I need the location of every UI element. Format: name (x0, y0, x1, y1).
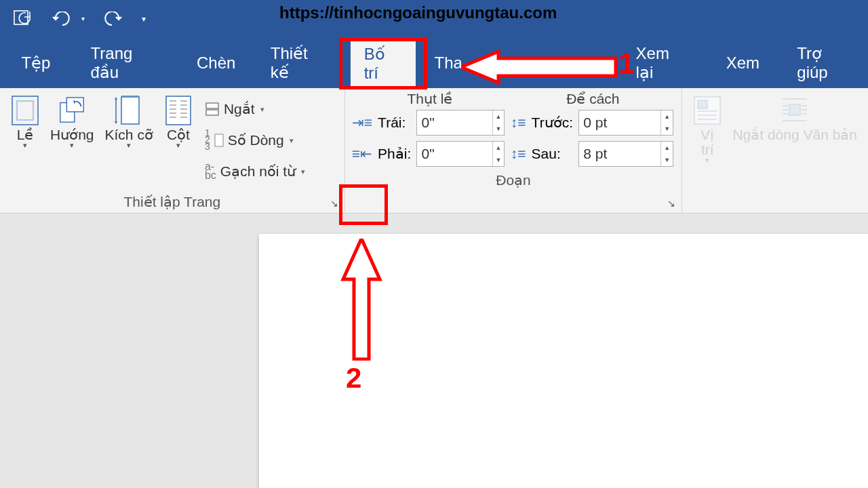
orientation-button[interactable]: Hướng ▾ (45, 94, 100, 152)
ribbon: Lề ▾ Hướng ▾ (0, 88, 868, 214)
tab-layout[interactable]: Bố trí (351, 37, 416, 88)
indent-left-label: Trái: (378, 115, 412, 131)
position-icon (693, 96, 722, 125)
tab-design[interactable]: Thiết kế (257, 37, 342, 88)
spinner-down-icon[interactable]: ▼ (493, 154, 505, 166)
spinner-down-icon[interactable]: ▼ (661, 123, 673, 135)
autosave-sync-icon[interactable] (14, 10, 33, 28)
group-arrange: Vị trí ▾ Ngắt dòng Văn bản (682, 88, 868, 213)
tab-references-partial[interactable]: Tha (421, 37, 462, 88)
indent-right-label: Phải: (378, 146, 412, 162)
tab-mailing-partial[interactable]: ư (595, 37, 618, 88)
breaks-button[interactable]: Ngắt▾ (201, 95, 309, 123)
position-label: Vị trí (693, 127, 722, 157)
position-button: Vị trí ▾ (688, 94, 727, 167)
indent-left-icon: ⇥≡ (352, 115, 374, 131)
spinner-up-icon[interactable]: ▲ (493, 142, 505, 154)
line-numbers-icon: 123 (205, 130, 210, 150)
ribbon-tabs: Tệp Trang đầu Chèn Thiết kế Bố trí Tha ư… (0, 37, 868, 88)
spacing-before-icon: ↕≡ (511, 115, 528, 131)
svg-rect-23 (698, 100, 707, 108)
margins-icon (11, 96, 39, 125)
chevron-down-icon: ▾ (301, 167, 305, 176)
svg-rect-5 (121, 97, 139, 124)
svg-rect-2 (17, 101, 33, 120)
indent-left-spinner[interactable]: ▲▼ (416, 110, 505, 136)
chevron-down-icon: ▾ (23, 141, 27, 150)
hyphenation-label: Gạch nối từ (220, 163, 296, 180)
line-numbers-button[interactable]: 123 Số Dòng▾ (201, 126, 309, 155)
spinner-down-icon[interactable]: ▼ (661, 154, 673, 166)
undo-dropdown-icon[interactable]: ▾ (81, 15, 85, 22)
breaks-label: Ngắt (224, 101, 255, 117)
tab-insert[interactable]: Chèn (183, 37, 249, 88)
size-button[interactable]: Kích cỡ ▾ (100, 94, 159, 152)
group-paragraph-title: Đoạn (345, 169, 682, 191)
undo-icon[interactable] (52, 12, 75, 26)
line-numbers-label: Số Dòng (228, 132, 284, 148)
spacing-before-spinner[interactable]: ▲▼ (578, 110, 673, 136)
page-setup-launcher[interactable]: ↘ (328, 197, 340, 209)
spacing-before-input[interactable] (579, 113, 660, 132)
redo-icon[interactable] (104, 12, 123, 26)
tab-file[interactable]: Tệp (7, 37, 64, 88)
columns-label: Cột (167, 127, 190, 142)
chevron-down-icon: ▾ (70, 141, 74, 150)
svg-rect-20 (206, 110, 218, 115)
tab-home[interactable]: Trang đầu (77, 37, 176, 88)
spacing-after-icon: ↕≡ (511, 146, 528, 162)
indent-right-input[interactable] (417, 144, 492, 163)
svg-rect-19 (206, 103, 218, 108)
svg-rect-21 (215, 134, 223, 146)
size-icon (115, 96, 143, 125)
breaks-icon (205, 102, 220, 117)
wrap-text-icon (781, 96, 809, 125)
spinner-up-icon[interactable]: ▲ (661, 142, 673, 154)
indent-title: Thụt lề (408, 91, 453, 107)
group-page-setup-title: Thiết lập Trang (0, 191, 344, 213)
spacing-after-spinner[interactable]: ▲▼ (578, 141, 673, 167)
indent-right-spinner[interactable]: ▲▼ (416, 141, 505, 167)
spinner-up-icon[interactable]: ▲ (661, 110, 673, 123)
margins-label: Lề (17, 127, 34, 142)
orientation-label: Hướng (50, 127, 94, 142)
chevron-down-icon: ▾ (176, 141, 180, 150)
document-page (259, 234, 868, 488)
chevron-down-icon: ▾ (260, 105, 264, 114)
group-page-setup: Lề ▾ Hướng ▾ (0, 88, 345, 213)
wrap-text-button: Ngắt dòng Văn bản (727, 94, 863, 145)
columns-button[interactable]: Cột ▾ (159, 94, 198, 152)
chevron-down-icon: ▾ (290, 136, 294, 145)
annotation-number-1: 1 (618, 47, 634, 80)
columns-icon (164, 96, 193, 125)
page-icon (214, 134, 224, 147)
paragraph-launcher[interactable]: ↘ (665, 197, 677, 209)
tab-view[interactable]: Xem (713, 37, 773, 88)
customize-qat-icon[interactable]: ▾ (142, 14, 146, 24)
indent-right-icon: ≡⇤ (352, 146, 374, 162)
spinner-up-icon[interactable]: ▲ (493, 110, 505, 123)
watermark-url: https://tinhocngoainguvungtau.com (279, 3, 557, 22)
hyphenation-icon: a-bc (205, 163, 216, 180)
annotation-number-2: 2 (346, 362, 361, 394)
margins-button[interactable]: Lề ▾ (5, 94, 45, 152)
group-paragraph: Thụt lề Để cách ⇥≡ Trái: ▲▼ ↕≡ Trước: ▲▼… (345, 88, 683, 213)
spacing-after-label: Sau: (532, 146, 575, 162)
spacing-title: Để cách (566, 91, 619, 107)
hyphenation-button[interactable]: a-bc Gạch nối từ▾ (201, 157, 309, 186)
orientation-icon (58, 96, 86, 125)
wrap-text-label: Ngắt dòng Văn bản (732, 127, 857, 142)
spacing-before-label: Trước: (532, 115, 575, 131)
spinner-down-icon[interactable]: ▼ (493, 123, 505, 135)
chevron-down-icon: ▾ (127, 141, 131, 150)
chevron-down-icon: ▾ (705, 156, 709, 165)
svg-rect-27 (789, 104, 800, 115)
spacing-after-input[interactable] (579, 144, 660, 163)
svg-rect-8 (166, 96, 191, 125)
indent-left-input[interactable] (417, 113, 492, 132)
size-label: Kích cỡ (105, 127, 153, 142)
tab-help[interactable]: Trợ giúp (783, 37, 868, 88)
